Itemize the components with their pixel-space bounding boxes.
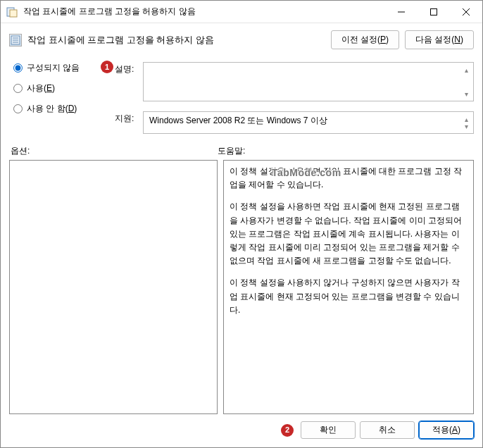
radio-not-configured[interactable]: 구성되지 않음 1	[13, 62, 108, 74]
close-button[interactable]	[450, 1, 482, 23]
maximize-button[interactable]	[418, 1, 450, 23]
description-label: 설명:	[115, 62, 137, 101]
support-value: Windows Server 2008 R2 또는 Windows 7 이상	[149, 116, 327, 125]
next-setting-button[interactable]: 다음 설정(N)	[405, 30, 474, 49]
scroll-up-icon[interactable]: ▴	[460, 64, 472, 75]
radio-disabled-input[interactable]	[13, 104, 23, 113]
support-field: Windows Server 2008 R2 또는 Windows 7 이상 ▴…	[143, 111, 474, 134]
radio-group: 구성되지 않음 1 사용(E) 사용 안 함(D)	[9, 62, 108, 134]
svg-rect-3	[431, 8, 437, 15]
ok-button[interactable]: 확인	[301, 421, 356, 439]
window-title: 작업 표시줄에 프로그램 고정을 허용하지 않음	[23, 6, 385, 18]
support-label: 지원:	[115, 111, 137, 134]
radio-enabled-label: 사용(E)	[27, 82, 55, 94]
radio-not-configured-input[interactable]	[13, 63, 23, 73]
policy-header-icon	[9, 34, 22, 46]
scroll-down-icon[interactable]: ▾	[460, 120, 472, 132]
options-label: 옵션:	[9, 145, 218, 157]
policy-icon	[6, 6, 18, 18]
radio-enabled[interactable]: 사용(E)	[13, 82, 108, 94]
apply-button[interactable]: 적용(A)	[419, 421, 474, 439]
annotation-marker-1: 1	[101, 61, 113, 73]
scroll-down-icon[interactable]: ▾	[460, 88, 472, 99]
help-paragraph-2: 이 정책 설정을 사용하면 작업 표시줄에 현재 고정된 프로그램을 사용자가 …	[230, 200, 468, 268]
help-paragraph-1: 이 정책 설정을 사용하면 작업 표시줄에 대한 프로그램 고정 작업을 제어할…	[230, 165, 468, 192]
page-title: 작업 표시줄에 프로그램 고정을 허용하지 않음	[27, 34, 325, 46]
radio-disabled[interactable]: 사용 안 함(D)	[13, 103, 108, 115]
footer: 2 확인 취소 적용(A)	[9, 414, 474, 440]
help-label: 도움말:	[218, 145, 245, 157]
window-controls	[385, 1, 482, 23]
previous-setting-button[interactable]: 이전 설정(P)	[331, 30, 399, 49]
annotation-marker-2: 2	[281, 424, 294, 437]
options-pane	[9, 160, 218, 414]
svg-rect-1	[10, 10, 17, 17]
description-field[interactable]: ▴ ▾	[143, 62, 474, 101]
help-pane: TabMode.com 이 정책 설정을 사용하면 작업 표시줄에 대한 프로그…	[223, 160, 474, 414]
radio-disabled-label: 사용 안 함(D)	[27, 103, 77, 115]
minimize-button[interactable]	[385, 1, 418, 23]
titlebar: 작업 표시줄에 프로그램 고정을 허용하지 않음	[1, 1, 482, 23]
radio-not-configured-label: 구성되지 않음	[27, 62, 80, 74]
radio-enabled-input[interactable]	[13, 84, 23, 93]
cancel-button[interactable]: 취소	[360, 421, 415, 439]
header-row: 작업 표시줄에 프로그램 고정을 허용하지 않음 이전 설정(P) 다음 설정(…	[9, 30, 474, 49]
help-paragraph-3: 이 정책 설정을 사용하지 않거나 구성하지 않으면 사용자가 작업 표시줄에 …	[230, 276, 468, 317]
